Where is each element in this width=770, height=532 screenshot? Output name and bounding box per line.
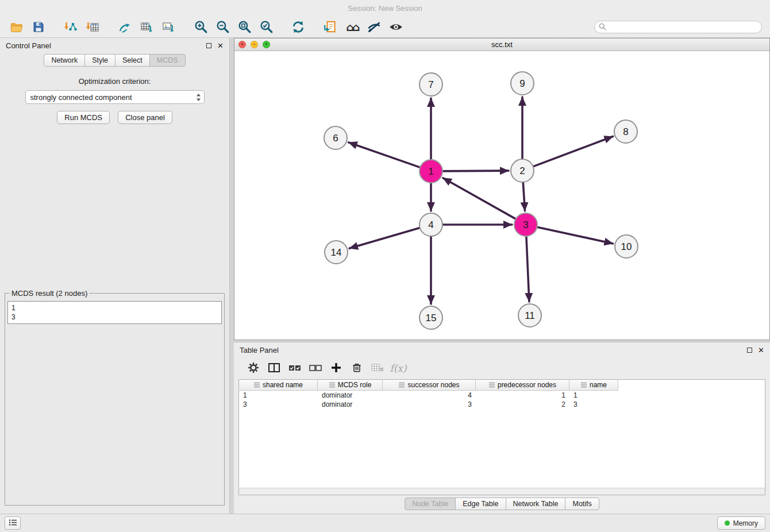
close-panel-icon[interactable]: ✕ bbox=[217, 42, 224, 49]
show-columns-button[interactable] bbox=[265, 360, 283, 377]
node-label-4: 4 bbox=[428, 219, 433, 230]
close-table-panel-icon[interactable]: ✕ bbox=[758, 346, 764, 354]
column-header-successor-nodes[interactable]: successor nodes bbox=[383, 380, 476, 391]
zoom-fit-button[interactable] bbox=[233, 18, 255, 36]
result-line: 3 bbox=[11, 313, 218, 322]
cell: 3 bbox=[383, 400, 476, 408]
node-label-9: 9 bbox=[519, 78, 525, 89]
mcds-result-text: 13 bbox=[7, 301, 222, 324]
table-tab-network-table[interactable]: Network Table bbox=[506, 498, 566, 510]
clone-network-button[interactable] bbox=[319, 18, 341, 36]
criterion-value: strongly connected component bbox=[30, 93, 132, 102]
trash-icon bbox=[351, 361, 363, 376]
zoom-in-button[interactable] bbox=[190, 18, 211, 36]
column-header-predecessor-nodes[interactable]: predecessor nodes bbox=[476, 380, 569, 391]
global-search bbox=[594, 21, 762, 33]
float-table-panel-icon[interactable] bbox=[747, 348, 752, 353]
run-mcds-button[interactable]: Run MCDS bbox=[57, 111, 110, 124]
memory-button[interactable]: Memory bbox=[717, 516, 765, 530]
add-column-button[interactable] bbox=[327, 360, 345, 377]
network-window-titlebar: scc.txt × − + bbox=[234, 38, 769, 51]
tab-network[interactable]: Network bbox=[44, 54, 85, 67]
node-label-11: 11 bbox=[525, 310, 535, 321]
table-arrow-icon bbox=[140, 20, 153, 34]
checked-boxes-icon bbox=[288, 363, 301, 374]
function-builder-button[interactable]: f(x) bbox=[389, 360, 407, 377]
optimization-criterion-label: Optimization criterion: bbox=[5, 77, 225, 86]
app-window: Session: New Session bbox=[0, 0, 770, 532]
table-row[interactable]: 3dominator323 bbox=[239, 400, 765, 409]
table-tab-motifs[interactable]: Motifs bbox=[565, 498, 599, 510]
column-label: name bbox=[590, 381, 607, 389]
style-brush-button[interactable] bbox=[363, 18, 385, 36]
share-arrows-icon bbox=[118, 20, 132, 34]
save-icon bbox=[32, 20, 45, 34]
edge-3-11[interactable] bbox=[526, 236, 529, 302]
node-label-14: 14 bbox=[331, 247, 342, 258]
cell: 3 bbox=[569, 400, 618, 408]
zoom-fit-icon bbox=[237, 20, 252, 34]
refresh-icon bbox=[291, 20, 306, 34]
criterion-select[interactable]: strongly connected component bbox=[25, 90, 205, 104]
zoom-out-button[interactable] bbox=[211, 18, 233, 36]
delete-table-button[interactable] bbox=[368, 360, 387, 377]
style-brush-icon bbox=[367, 20, 382, 34]
column-type-icon bbox=[329, 382, 336, 388]
control-panel-title: Control Panel bbox=[6, 41, 206, 50]
save-session-button[interactable] bbox=[28, 18, 49, 36]
edge-3-1[interactable] bbox=[443, 178, 516, 219]
import-network-button[interactable] bbox=[60, 18, 82, 36]
import-table-button[interactable] bbox=[82, 18, 103, 36]
column-label: predecessor nodes bbox=[498, 381, 556, 389]
memory-label: Memory bbox=[733, 519, 758, 527]
column-type-icon bbox=[398, 382, 405, 388]
new-network-button[interactable] bbox=[114, 18, 136, 36]
tab-style[interactable]: Style bbox=[84, 54, 116, 67]
export-image-button[interactable] bbox=[157, 18, 179, 36]
import-table-icon bbox=[86, 20, 99, 34]
edge-2-8[interactable] bbox=[533, 136, 613, 166]
search-input[interactable] bbox=[594, 21, 762, 33]
table-row[interactable]: 1dominator411 bbox=[239, 391, 765, 400]
network-from-table-button[interactable] bbox=[136, 18, 157, 36]
network-graph: 1234678910111415 bbox=[234, 51, 768, 340]
column-type-icon bbox=[488, 382, 495, 388]
network-canvas[interactable]: 1234678910111415 bbox=[234, 51, 769, 340]
edge-3-10[interactable] bbox=[537, 227, 613, 244]
table-tab-edge-table[interactable]: Edge Table bbox=[455, 498, 506, 510]
table-body: 1dominator4113dominator323 bbox=[239, 391, 765, 488]
close-panel-button[interactable]: Close panel bbox=[118, 111, 172, 124]
table-header-row: shared nameMCDS rolesuccessor nodesprede… bbox=[239, 380, 765, 391]
delete-column-button[interactable] bbox=[348, 360, 366, 377]
node-label-6: 6 bbox=[333, 133, 338, 144]
tab-select[interactable]: Select bbox=[115, 54, 150, 67]
document-arrows-icon bbox=[323, 20, 338, 34]
column-header-shared-name[interactable]: shared name bbox=[239, 380, 318, 391]
home-pair-button[interactable]: ⌂⌂ bbox=[341, 18, 363, 36]
tab-mcds[interactable]: MCDS bbox=[149, 54, 186, 67]
memory-status-dot bbox=[725, 521, 730, 526]
float-window-icon[interactable] bbox=[206, 43, 211, 48]
edge-2-3[interactable] bbox=[523, 182, 525, 211]
horizontal-scrollbar[interactable] bbox=[239, 488, 765, 495]
column-header-mcds-role[interactable]: MCDS role bbox=[318, 380, 383, 391]
column-type-icon bbox=[253, 382, 260, 388]
edge-1-2[interactable] bbox=[442, 171, 509, 171]
control-panel-tabs: NetworkStyleSelectMCDS bbox=[0, 53, 229, 67]
table-settings-button[interactable] bbox=[244, 360, 263, 377]
task-history-button[interactable] bbox=[5, 516, 21, 530]
search-icon bbox=[599, 23, 606, 32]
deselect-all-button[interactable] bbox=[306, 360, 325, 377]
control-panel-header: Control Panel ✕ bbox=[0, 38, 229, 53]
column-label: successor nodes bbox=[407, 381, 459, 389]
refresh-view-button[interactable] bbox=[287, 18, 309, 36]
show-hide-button[interactable] bbox=[385, 18, 407, 36]
open-file-button[interactable] bbox=[6, 18, 28, 36]
edge-1-6[interactable] bbox=[349, 142, 420, 167]
cell: dominator bbox=[318, 391, 383, 399]
select-all-button[interactable] bbox=[286, 360, 304, 377]
table-tab-node-table[interactable]: Node Table bbox=[405, 498, 456, 510]
column-header-name[interactable]: name bbox=[569, 380, 618, 391]
edge-4-14[interactable] bbox=[349, 228, 420, 249]
zoom-selected-button[interactable] bbox=[255, 18, 277, 36]
